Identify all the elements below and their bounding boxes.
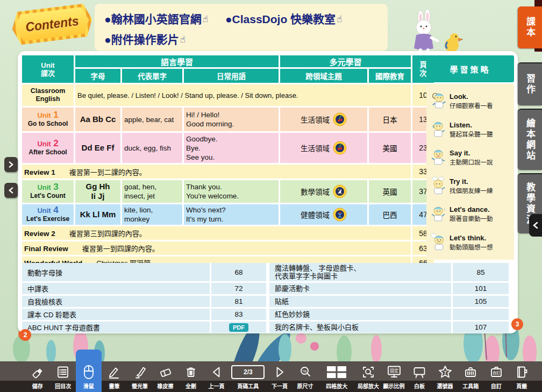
chevron-right-icon: [8, 161, 14, 168]
eraser-tool-button[interactable]: 橡皮擦: [153, 361, 179, 392]
toc-row-unit-1: Unit 1 Go to School Aa Bb Cc apple, bear…: [22, 108, 434, 131]
pencil-icon: [107, 365, 121, 379]
toc-table: Unit課次 語言學習 多元學習 頁次 字母 代表單字 日常用語 跨領域主題 國…: [20, 54, 436, 270]
bookmark-button[interactable]: 頁籤: [509, 361, 534, 392]
appendix-row: 中譯表 72 節慶活動卡 101: [22, 283, 515, 294]
link-hanlin-english-site[interactable]: ●翰林國小英語官網☝: [104, 13, 208, 25]
usb-save-icon: [31, 365, 45, 379]
page-link[interactable]: 83: [211, 309, 269, 320]
svg-text:♪: ♪: [444, 208, 445, 211]
strategy-lets-dance: ♪ Let's dance.跟著音樂動一動: [430, 204, 512, 224]
page-link[interactable]: 72: [211, 283, 269, 294]
robot-listen-icon: [430, 119, 447, 140]
chevron-left-icon: [532, 222, 539, 229]
previous-page-icon: [210, 365, 224, 379]
toc-row-review-2: Review 2複習第三到四課的內容。 58: [22, 226, 434, 240]
tab-textbook[interactable]: 課本: [518, 6, 542, 48]
col-header-expressions: 日常用語: [184, 69, 279, 83]
tab-workbook[interactable]: 習作: [518, 62, 542, 105]
col-header-letters: 字母: [75, 69, 120, 83]
eraser-icon: [159, 365, 173, 379]
toc-row-unit-2: Unit 2 After School Dd Ee Ff duck, egg, …: [22, 133, 434, 163]
toc-row-classroom-english: Classroom English Be quiet, please. / Li…: [22, 84, 434, 106]
page-link[interactable]: 105: [453, 296, 509, 307]
life-curriculum-badge-icon: [333, 112, 347, 126]
col-header-multi-learning: 多元學習: [280, 55, 411, 67]
collapse-panel-button[interactable]: [529, 214, 542, 237]
page-link[interactable]: 85: [453, 263, 509, 281]
highlighter-icon: [133, 365, 147, 379]
number-picker-button[interactable]: 7 選號器: [432, 361, 458, 392]
life-curriculum-badge-icon: [333, 141, 347, 155]
four-pane-zoom-button[interactable]: 四格放大: [318, 361, 355, 392]
ebook-reader-window: Contents ●翰林國小英語官網☝ ●ClassDojo 快樂教室☝ ●附件…: [0, 0, 542, 392]
page-number-right: 3: [511, 318, 523, 330]
robot-think-icon: [430, 232, 447, 253]
col-header-themes: 跨領域主題: [280, 69, 367, 83]
contents-page-panel: Unit課次 語言學習 多元學習 頁次 字母 代表單字 日常用語 跨領域主題 國…: [18, 51, 518, 333]
col-header-language-learning: 語言學習: [75, 55, 279, 67]
delete-all-button[interactable]: 全刪: [178, 361, 204, 392]
page-link[interactable]: [453, 309, 509, 320]
pen-tool-button[interactable]: 畫筆: [102, 361, 127, 392]
next-page-icon: [273, 365, 287, 379]
region-zoom-icon: [361, 365, 375, 379]
mouse-icon: [81, 364, 96, 380]
whiteboard-button[interactable]: 白板: [406, 361, 432, 392]
save-button[interactable]: 儲存: [25, 361, 51, 392]
appendix-row: 動動字母操 68 魔法轉轉盤、 字母遊戲卡、 代表單字字卡與圖卡 85: [22, 263, 515, 281]
page-indicator[interactable]: 2/3: [231, 365, 265, 379]
custom-tools-button[interactable]: 自訂 自訂: [483, 361, 509, 392]
link-attachment-videos[interactable]: ●附件操作影片☝: [104, 33, 186, 46]
mouse-tool-button[interactable]: 滑鼠: [76, 350, 102, 392]
previous-page-button[interactable]: 上一頁: [204, 361, 230, 392]
col-header-unit: Unit課次: [22, 55, 74, 83]
page-link[interactable]: 81: [211, 296, 269, 307]
original-size-button[interactable]: % 原尺寸: [293, 361, 318, 392]
robot-try-icon: [430, 176, 447, 196]
pointing-hand-icon: ☝: [180, 34, 186, 45]
health-pe-badge-icon: [333, 208, 347, 222]
pdf-badge[interactable]: PDF: [229, 323, 248, 332]
appendix-row: 課本 CD 聆聽表 83 紅色妙妙鏡: [22, 309, 515, 320]
contents-badge: Contents: [10, 3, 94, 46]
contents-badge-label: Contents: [25, 14, 80, 35]
quick-links-box: ●翰林國小英語官網☝ ●ClassDojo 快樂教室☝ ●附件操作影片☝: [95, 4, 388, 51]
svg-text:自訂: 自訂: [493, 370, 500, 375]
page-link[interactable]: 68: [211, 263, 269, 281]
robot-look-icon: [430, 91, 447, 111]
display-ratio-icon: 固定: [387, 365, 402, 379]
page-number-tool[interactable]: 2/3 頁碼工具: [229, 361, 267, 392]
strategy-say-it: Say it.主動開口說一說: [430, 147, 512, 168]
whiteboard-icon: [412, 365, 426, 379]
nav-forward-button[interactable]: [4, 157, 18, 172]
tab-picturebook-site[interactable]: 繪本網站: [518, 109, 542, 170]
region-zoom-button[interactable]: 局部放大: [355, 361, 381, 392]
four-pane-zoom-icon: [326, 365, 347, 380]
page-number-left: 2: [19, 329, 31, 341]
toolbox-button[interactable]: 工具箱: [458, 361, 483, 392]
strategy-try-it: Try it.找個朋友練一練: [430, 176, 512, 196]
highlighter-tool-button[interactable]: 螢光筆: [127, 361, 153, 392]
next-page-button[interactable]: 下一頁: [267, 361, 293, 392]
toc-row-unit-4: Unit 4 Let's Exercise Kk Ll Mm kite, lio…: [22, 204, 434, 225]
robot-dance-icon: ♪: [430, 204, 447, 224]
chevron-left-icon: [8, 187, 14, 194]
appendix-row: 自我檢核表 81 貼紙 105: [22, 296, 515, 307]
star-number-icon: 7: [438, 365, 453, 380]
trash-icon: [184, 365, 198, 379]
toolbox-icon: [463, 365, 477, 379]
math-badge-icon: [333, 184, 347, 198]
appendix-table: 動動字母操 68 魔法轉轉盤、 字母遊戲卡、 代表單字字卡與圖卡 85 中譯表 …: [22, 263, 515, 334]
learning-strategies-header: 學習策略: [426, 55, 514, 82]
display-ratio-button[interactable]: 固定 顯示比例: [381, 361, 407, 392]
nav-back-button[interactable]: [4, 183, 18, 198]
page-link[interactable]: 101: [453, 283, 509, 294]
back-to-toc-button[interactable]: 回目次: [51, 361, 76, 392]
book-tab-icon: [515, 365, 529, 379]
svg-text:7: 7: [444, 370, 446, 375]
link-classdojo[interactable]: ●ClassDojo 快樂教室☝: [225, 13, 343, 25]
links-line-1: ●翰林國小英語官網☝ ●ClassDojo 快樂教室☝: [104, 9, 378, 30]
toc-row-final-review: Final Review複習第一到四課的內容。 63: [22, 241, 434, 255]
page-link[interactable]: 107: [453, 322, 509, 333]
